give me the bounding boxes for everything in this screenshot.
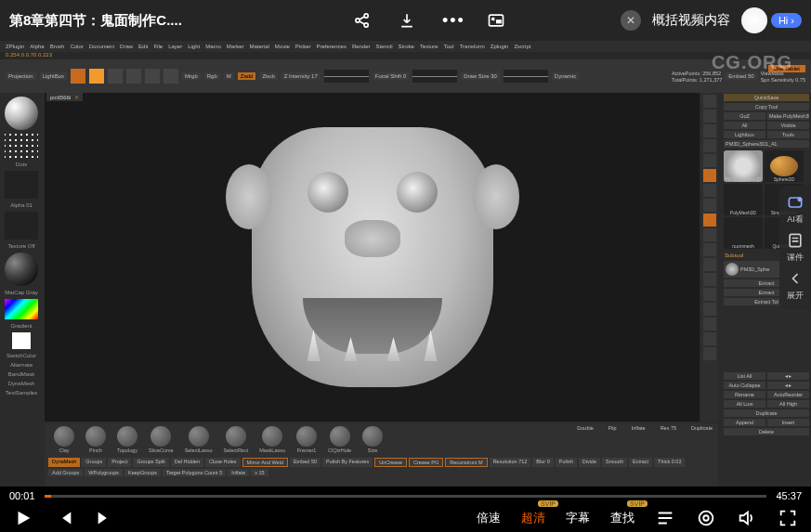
play-button[interactable] bbox=[13, 508, 33, 528]
shelf-brush[interactable]: MaskLasso bbox=[259, 426, 285, 453]
scale-icon[interactable] bbox=[145, 69, 160, 84]
arrows[interactable]: ◂ ▸ bbox=[767, 372, 809, 380]
material-thumb[interactable] bbox=[5, 253, 38, 286]
v15-button[interactable]: v 15 bbox=[251, 469, 268, 476]
rename-button[interactable]: Rename bbox=[724, 391, 765, 398]
m-button[interactable]: M bbox=[224, 72, 234, 80]
uncrease-button[interactable]: UnCrease bbox=[374, 458, 407, 467]
rotate-icon[interactable] bbox=[164, 69, 178, 84]
extract-button[interactable]: Extract bbox=[629, 458, 652, 467]
autocollapse-button[interactable]: Auto Collapse bbox=[724, 382, 765, 389]
zoom-icon[interactable] bbox=[703, 124, 716, 137]
tool-name[interactable]: PM3D_Sphere3D1_41. bbox=[724, 140, 809, 148]
expand-button[interactable]: 展开 bbox=[786, 269, 804, 302]
volume-icon[interactable] bbox=[737, 508, 757, 528]
move-icon[interactable] bbox=[126, 69, 141, 84]
quality-button[interactable]: 超清SVIP bbox=[521, 510, 545, 526]
progress-bar[interactable] bbox=[45, 495, 767, 498]
insert-button[interactable]: Insert bbox=[767, 419, 809, 426]
courseware-button[interactable]: 课件 bbox=[786, 231, 804, 264]
subtitle-button[interactable]: 字幕 bbox=[566, 510, 590, 526]
lightbox2-button[interactable]: Lightbox bbox=[724, 131, 765, 138]
download-icon[interactable] bbox=[398, 11, 416, 30]
polishfeat-button[interactable]: Polish By Features bbox=[322, 458, 373, 467]
divide-button[interactable]: Divide bbox=[579, 458, 600, 467]
bpr-icon[interactable] bbox=[703, 95, 716, 108]
ai-watch-button[interactable]: AI看 bbox=[786, 193, 804, 226]
shelf-brush[interactable]: Pinch bbox=[85, 426, 106, 453]
color-picker[interactable] bbox=[5, 299, 38, 319]
color-swatch[interactable] bbox=[12, 332, 31, 349]
polish-button[interactable]: Polish bbox=[556, 458, 577, 467]
settings-icon[interactable] bbox=[696, 508, 716, 528]
zintensity-slider[interactable]: Z Intensity 17 bbox=[281, 72, 320, 80]
frame-icon[interactable] bbox=[703, 214, 716, 227]
stroke-thumb[interactable] bbox=[5, 134, 38, 158]
viewport[interactable]: pic6566i✕ bbox=[45, 93, 700, 422]
embed-slider[interactable]: Embed 50 bbox=[726, 72, 756, 80]
sizecurve[interactable] bbox=[504, 70, 548, 83]
move-icon[interactable] bbox=[703, 228, 716, 241]
share-icon[interactable] bbox=[353, 11, 372, 30]
addgroups-button[interactable]: Add Groups bbox=[48, 469, 83, 476]
shelf-brush[interactable]: Framer1 bbox=[296, 426, 317, 453]
rgb-button[interactable]: Rgb bbox=[204, 72, 220, 80]
spotsens-label[interactable]: Spn Sensitivity 0.75 bbox=[761, 77, 805, 83]
draw-icon[interactable] bbox=[108, 69, 123, 84]
speed-button[interactable]: 倍速 bbox=[477, 510, 501, 526]
delete-button[interactable]: Delete bbox=[724, 428, 809, 435]
zcurve[interactable] bbox=[324, 70, 369, 83]
flip-opt[interactable]: Flip bbox=[608, 425, 617, 431]
subtool-item[interactable]: PM3D_Sphe bbox=[740, 266, 769, 272]
shelf-brush[interactable]: SelectRect bbox=[224, 426, 249, 453]
double-opt[interactable]: Double bbox=[577, 425, 593, 431]
more-icon[interactable]: ••• bbox=[442, 11, 461, 30]
groups-button[interactable]: Groups bbox=[82, 458, 106, 467]
listall-button[interactable]: List All bbox=[724, 372, 765, 380]
project-button[interactable]: Project bbox=[108, 458, 131, 467]
autoreorder-button[interactable]: AutoReorder bbox=[767, 391, 809, 398]
zsub-button[interactable]: Zsub bbox=[259, 72, 277, 80]
groupssplit-button[interactable]: Groups Split bbox=[133, 458, 168, 467]
keepgroups-button[interactable]: KeepGroups bbox=[124, 469, 161, 476]
goz-button[interactable]: GoZ bbox=[724, 112, 765, 120]
tool-thumb[interactable]: PM3D_Sphere3D bbox=[724, 150, 763, 182]
transp-icon[interactable] bbox=[703, 303, 716, 316]
projection-label[interactable]: Projection bbox=[6, 72, 36, 80]
ghost-icon[interactable] bbox=[703, 318, 716, 331]
all-button[interactable]: All bbox=[724, 122, 765, 129]
actual-icon[interactable] bbox=[703, 139, 716, 152]
shelf-brush[interactable]: SelectLasso bbox=[185, 426, 213, 453]
tool-thumb[interactable]: Sphere3D bbox=[765, 150, 804, 182]
smooth-button[interactable]: Smooth bbox=[602, 458, 627, 467]
aahalf-icon[interactable] bbox=[703, 154, 716, 167]
reconstructm-button[interactable]: Reconstruct M bbox=[445, 458, 487, 467]
solo-icon[interactable] bbox=[703, 332, 716, 345]
xpose-icon[interactable] bbox=[703, 347, 716, 360]
blur-slider[interactable]: Blur 0 bbox=[532, 458, 553, 467]
embed2-button[interactable]: Embed 50 bbox=[290, 458, 320, 467]
duplicate-button[interactable]: Duplicate bbox=[724, 409, 809, 417]
scale3d-icon[interactable] bbox=[703, 243, 716, 256]
edit-icon[interactable] bbox=[89, 69, 104, 84]
inflate-opt[interactable]: Inflate bbox=[632, 425, 646, 431]
resolution-slider[interactable]: Resolution 712 bbox=[490, 458, 531, 467]
drawsize-slider[interactable]: Draw Size 30 bbox=[461, 72, 500, 80]
zadd-button[interactable]: Zadd bbox=[238, 72, 256, 80]
append-button[interactable]: Append bbox=[724, 419, 765, 426]
xyz-icon[interactable] bbox=[703, 273, 716, 286]
lightbox-button[interactable]: LightBox bbox=[40, 72, 67, 80]
find-button[interactable]: 查找SVIP bbox=[610, 510, 634, 526]
quicksave-button[interactable]: QuickSave bbox=[724, 94, 809, 101]
inflate2-button[interactable]: Inflate bbox=[228, 469, 249, 476]
dynamic-button[interactable]: Dynamic bbox=[552, 72, 579, 80]
playlist-icon[interactable] bbox=[655, 508, 675, 528]
sculptris-icon[interactable] bbox=[71, 69, 85, 84]
switchcolor-label[interactable]: SwitchColor bbox=[7, 353, 36, 358]
dynamesh-button[interactable]: DynaMesh bbox=[48, 458, 80, 467]
allhigh-button[interactable]: All High bbox=[767, 400, 809, 408]
dynamesh-label[interactable]: DynaMesh bbox=[8, 381, 35, 386]
shelf-brush[interactable]: Size bbox=[362, 426, 383, 453]
makepoly-button[interactable]: Make PolyMesh3D bbox=[767, 112, 809, 120]
next-button[interactable] bbox=[95, 508, 115, 528]
